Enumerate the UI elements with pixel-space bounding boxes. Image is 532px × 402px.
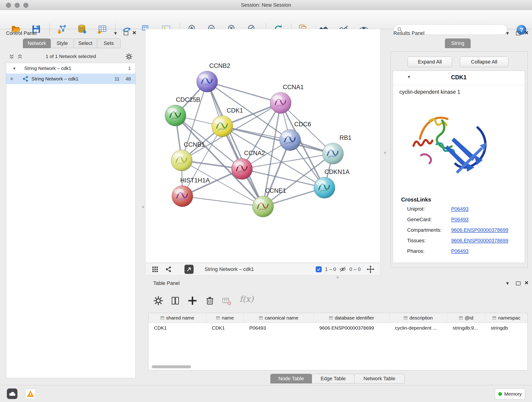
- network-node-CCNA2[interactable]: [231, 158, 253, 179]
- network-edge[interactable]: [207, 82, 263, 206]
- cell-canonical-name[interactable]: P06493: [244, 325, 314, 331]
- show-columns-icon[interactable]: [170, 296, 180, 306]
- panel-menu-icon[interactable]: ▼: [113, 31, 118, 36]
- crosslinks-section: CrossLinks Uniprot: P06493 GeneCard: P06…: [401, 196, 508, 259]
- network-node-CCNB1[interactable]: [171, 150, 192, 171]
- tab-network-table[interactable]: Network Table: [354, 374, 405, 383]
- string-network-icon: [22, 76, 29, 82]
- network-node-CDC6[interactable]: [279, 129, 301, 151]
- memory-status-dot-icon: [498, 392, 502, 396]
- tab-sets[interactable]: Sets: [97, 38, 120, 48]
- column-header-namespace[interactable]: namespac: [485, 313, 527, 323]
- birdseye-grid-icon[interactable]: [152, 266, 158, 273]
- network-node-CCNA1[interactable]: [270, 92, 291, 114]
- network-node-RB1[interactable]: [322, 143, 343, 164]
- tab-edge-table[interactable]: Edge Table: [312, 374, 355, 383]
- network-canvas[interactable]: CCNB2CCNA1CDC25BCDK1CDC6RB1CCNB1CCNA2CDK…: [145, 29, 380, 263]
- cell-database-identifier[interactable]: 9606.ENSP00000378699: [314, 325, 389, 331]
- network-collection-row[interactable]: ▼ String Network – cdk1 1: [6, 63, 135, 74]
- column-header-description[interactable]: description: [389, 313, 447, 323]
- cell-description[interactable]: cyclin-dependent ...: [389, 325, 447, 331]
- network-node-CDK1[interactable]: [212, 116, 233, 137]
- crosslink-value[interactable]: P06493: [451, 217, 469, 222]
- network-selection-status: 1 of 1 Network selected: [6, 54, 136, 59]
- collection-count: 1: [128, 65, 131, 71]
- crosslink-row: Compartments: 9606.ENSP00000378699: [401, 227, 508, 238]
- network-label: String Network – cdk1: [32, 76, 78, 82]
- crosslink-row: Pharos: P06493: [401, 248, 508, 259]
- node-label-RB1: RB1: [340, 134, 352, 141]
- panel-menu-icon[interactable]: ▼: [505, 31, 510, 36]
- crosslink-value[interactable]: 9606.ENSP00000378699: [451, 227, 508, 233]
- node-count: 11: [114, 76, 120, 82]
- horizontal-scrollbar[interactable]: [152, 365, 191, 368]
- column-type-icon: [216, 316, 220, 320]
- network-node-CDKN1A[interactable]: [314, 177, 335, 198]
- open-in-window-button[interactable]: [184, 265, 194, 274]
- close-panel-icon[interactable]: ×: [525, 29, 528, 36]
- collapse-all-button[interactable]: Collapse All: [460, 57, 508, 67]
- tab-node-table[interactable]: Node Table: [270, 374, 312, 383]
- node-label-CCNB1: CCNB1: [184, 141, 205, 148]
- memory-button[interactable]: Memory: [495, 389, 525, 400]
- network-row-selected[interactable]: String Network – cdk1 11 48: [6, 74, 135, 84]
- table-row[interactable]: CDK1 CDK1 P06493 9606.ENSP00000378699 cy…: [148, 323, 527, 333]
- network-node-CCNB2[interactable]: [196, 71, 218, 92]
- selected-checkbox-icon[interactable]: [316, 266, 322, 272]
- trash-icon[interactable]: [205, 296, 215, 306]
- gear-icon[interactable]: [126, 53, 133, 60]
- crosslink-value[interactable]: P06493: [451, 206, 469, 212]
- hidden-eye-slash-icon[interactable]: [339, 266, 346, 272]
- function-builder-icon[interactable]: f(x): [239, 294, 254, 304]
- crosslink-row: Tissues: 9606.ENSP00000378699: [401, 238, 508, 248]
- crosslink-value[interactable]: P06493: [451, 248, 469, 254]
- column-type-icon: [492, 316, 496, 320]
- warnings-button[interactable]: [25, 389, 36, 399]
- column-header-canonical-name[interactable]: canonical name: [244, 313, 314, 323]
- pan-crosshair-icon[interactable]: [367, 265, 374, 273]
- column-header-shared-name[interactable]: shared name: [148, 313, 206, 323]
- node-label-HIST1H1A: HIST1H1A: [180, 177, 210, 184]
- network-edge[interactable]: [222, 126, 333, 153]
- network-node-CCNE1[interactable]: [253, 196, 273, 217]
- cell-name[interactable]: CDK1: [206, 325, 244, 331]
- tab-select[interactable]: Select: [74, 38, 97, 48]
- network-edge[interactable]: [207, 82, 281, 103]
- float-panel-icon[interactable]: [516, 32, 520, 35]
- close-panel-icon[interactable]: ×: [133, 29, 136, 36]
- column-type-icon: [160, 316, 164, 320]
- cell-id[interactable]: stringdb:9...: [447, 325, 485, 331]
- network-node-HIST1H1A[interactable]: [172, 186, 193, 207]
- crosslink-label: Tissues:: [401, 238, 450, 244]
- network-edge[interactable]: [182, 196, 263, 206]
- share-icon[interactable]: [165, 266, 172, 273]
- cell-namespace[interactable]: stringdb: [485, 325, 527, 331]
- panel-menu-icon[interactable]: ▼: [505, 281, 510, 286]
- tab-network[interactable]: Network: [23, 38, 51, 48]
- network-edge[interactable]: [182, 82, 207, 160]
- column-header-database-identifier[interactable]: database identifier: [314, 313, 389, 323]
- tab-style[interactable]: Style: [51, 38, 74, 48]
- network-graph[interactable]: CCNB2CCNA1CDC25BCDK1CDC6RB1CCNB1CCNA2CDK…: [146, 29, 380, 263]
- cloud-status-button[interactable]: [7, 389, 17, 399]
- bottom-divider-grip[interactable]: [336, 276, 339, 279]
- application-window: Session: New Session: [0, 0, 532, 402]
- network-edge[interactable]: [242, 169, 324, 188]
- left-divider-grip[interactable]: [142, 206, 144, 208]
- network-node-CDC25B[interactable]: [165, 105, 186, 126]
- crosslink-value[interactable]: 9606.ENSP00000378699: [451, 238, 508, 243]
- add-column-icon[interactable]: [187, 296, 197, 306]
- gear-icon[interactable]: [153, 296, 163, 306]
- float-panel-icon[interactable]: [124, 32, 128, 35]
- delete-table-icon[interactable]: [222, 296, 232, 306]
- disclosure-triangle-icon[interactable]: ▼: [13, 66, 16, 70]
- column-header-name[interactable]: name: [206, 313, 244, 323]
- expand-all-button[interactable]: Expand All: [408, 57, 452, 67]
- cell-shared-name[interactable]: CDK1: [148, 325, 206, 331]
- column-header-id[interactable]: @id: [447, 313, 485, 323]
- right-divider-grip[interactable]: [384, 152, 386, 154]
- gene-card-header[interactable]: ▼ CDK1: [393, 71, 525, 85]
- float-panel-icon[interactable]: [516, 281, 520, 285]
- close-panel-icon[interactable]: ×: [525, 279, 528, 287]
- tab-string-results[interactable]: String: [445, 38, 471, 48]
